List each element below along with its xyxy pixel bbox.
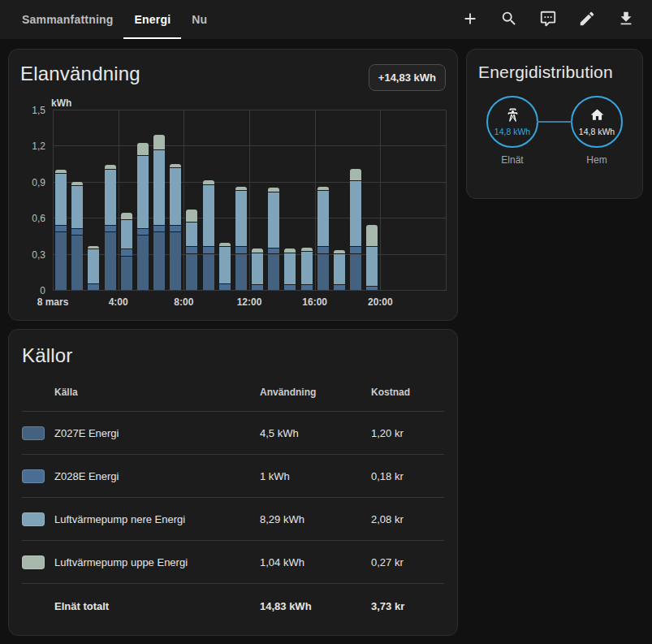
table-row: Luftvärmepump nere Energi8,29 kWh2,08 kr [22, 497, 444, 540]
bar-segment [350, 181, 361, 246]
grid-circle: 14,8 kWh [486, 96, 538, 148]
y-tick-label: 0 [40, 285, 45, 296]
bar-segment [301, 285, 313, 290]
chart-bar[interactable] [170, 110, 181, 290]
chart-bar[interactable] [268, 110, 279, 290]
home-node: 14,8 kWh Hem [570, 96, 624, 166]
tab-sammanfattning[interactable]: Sammanfattning [11, 0, 123, 39]
tab-nu[interactable]: Nu [181, 0, 218, 39]
x-tick-label: 12:00 [237, 296, 262, 308]
comments-icon [539, 10, 557, 30]
grid-to-home-flow-line [537, 121, 572, 123]
sources-card: Källor Källa Användning Kostnad Z027E En… [8, 329, 458, 636]
usage-card: Elanvändning +14,83 kWh kWh 00,30,60,91,… [8, 49, 458, 321]
download-icon [617, 10, 635, 30]
bar-segment [55, 174, 67, 224]
bar-segment [71, 229, 83, 235]
download-button[interactable] [607, 0, 646, 39]
bar-segment [219, 247, 231, 283]
grid-value: 14,8 kWh [494, 127, 530, 136]
chart-bar[interactable] [153, 110, 165, 290]
gridline-vertical [380, 110, 381, 291]
source-color-swatch [22, 469, 45, 483]
source-usage: 4,5 kWh [260, 427, 371, 439]
bar-segment [268, 249, 279, 253]
tab-energi[interactable]: Energi [123, 0, 181, 39]
edit-icon [578, 10, 596, 30]
bar-segment [186, 254, 197, 290]
chart-bar[interactable] [55, 110, 67, 290]
sources-table-header: Källa Användning Kostnad [22, 378, 444, 411]
usage-chart: kWh 00,30,60,91,21,5 8 mars4:008:0012:00… [20, 110, 446, 314]
y-tick-label: 0,6 [32, 213, 45, 224]
chart-bar[interactable] [186, 110, 197, 290]
bar-segment [350, 247, 361, 253]
chart-bar[interactable] [235, 110, 247, 290]
bar-segment [235, 187, 247, 190]
sources-table: Källa Användning Kostnad Z027E Energi4,5… [22, 378, 444, 628]
chart-bar[interactable] [252, 110, 263, 290]
chart-bar[interactable] [301, 110, 313, 290]
table-row: Luftvärmepump uppe Energi1,04 kWh0,27 kr [22, 540, 444, 583]
bar-segment [317, 191, 329, 246]
source-usage: 1,04 kWh [260, 556, 371, 568]
bar-segment [203, 180, 214, 184]
comments-button[interactable] [529, 0, 568, 39]
total-usage-value: 14,83 kWh [260, 600, 371, 612]
source-usage: 1 kWh [260, 470, 371, 482]
column-header-usage: Användning [260, 387, 371, 398]
total-row: Elnät totalt 14,83 kWh 3,73 kr [22, 583, 444, 628]
y-tick-label: 1,2 [32, 140, 45, 152]
bar-segment [268, 188, 279, 191]
x-tick-label: 20:00 [368, 296, 393, 308]
bar-segment [71, 186, 83, 228]
y-tick-label: 0,9 [32, 177, 45, 188]
x-tick-label: 16:00 [302, 296, 327, 308]
bar-segment [105, 170, 116, 225]
bar-segment [366, 225, 378, 247]
bar-segment [55, 232, 67, 290]
sources-card-title: Källor [22, 344, 444, 367]
search-button[interactable] [490, 0, 529, 39]
chart-bar[interactable] [350, 110, 361, 290]
bar-segment [301, 248, 313, 251]
chart-bar[interactable] [88, 110, 99, 290]
add-button[interactable] [451, 0, 490, 39]
chart-bar[interactable] [203, 110, 214, 290]
source-cost: 1,20 kr [371, 427, 444, 439]
bar-segment [170, 168, 181, 225]
bar-segment [170, 164, 181, 167]
column-header-source: Källa [54, 387, 260, 398]
source-cost: 0,27 kr [371, 556, 444, 568]
chart-bar[interactable] [105, 110, 116, 290]
edit-button[interactable] [568, 0, 607, 39]
bar-segment [203, 254, 214, 290]
bar-segment [88, 249, 99, 283]
chart-bar[interactable] [366, 110, 378, 290]
bar-segment [268, 192, 279, 248]
bar-segment [203, 247, 214, 253]
bar-segment [88, 246, 99, 249]
table-row: Z028E Energi1 kWh0,18 kr [22, 454, 444, 497]
bar-segment [284, 253, 296, 284]
chart-bar[interactable] [219, 110, 231, 290]
x-tick-label: 4:00 [109, 296, 128, 308]
chart-bar[interactable] [71, 110, 83, 290]
gridline-vertical [249, 110, 250, 291]
chart-bar[interactable] [334, 110, 345, 290]
tab-bar: SammanfattningEnergiNu [0, 0, 218, 39]
bar-segment [284, 249, 296, 252]
bar-segment [186, 223, 197, 247]
bar-segment [55, 226, 67, 231]
bar-segment [153, 150, 165, 225]
distribution-card-title: Energidistribution [478, 63, 631, 82]
app-root: SammanfattningEnergiNu Elanvändning [0, 0, 652, 644]
bar-segment [350, 169, 361, 181]
chart-bar[interactable] [137, 110, 149, 290]
chart-bar[interactable] [284, 110, 296, 290]
bar-segment [203, 185, 214, 246]
chart-bar[interactable] [121, 110, 132, 290]
home-label: Hem [586, 154, 607, 166]
chart-bar[interactable] [317, 110, 329, 290]
bar-segment [88, 284, 99, 290]
